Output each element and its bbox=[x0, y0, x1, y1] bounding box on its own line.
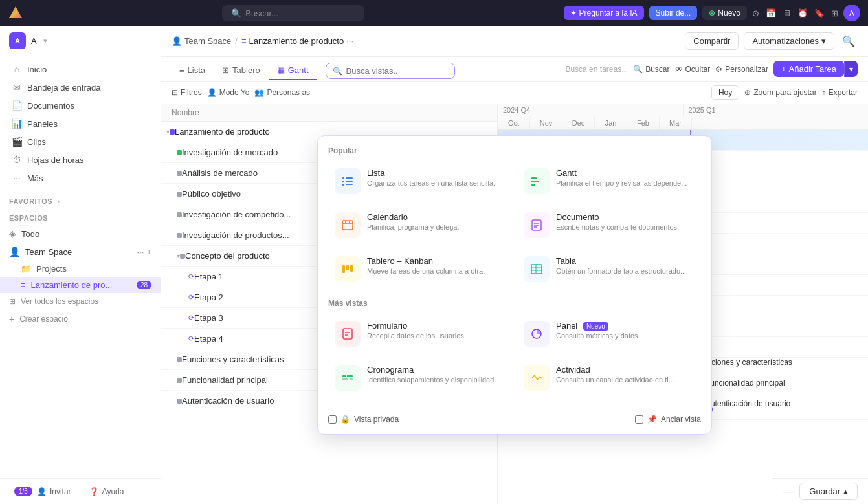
tab-tablero[interactable]: ⊞ Tablero bbox=[214, 61, 268, 80]
view-option-formulario[interactable]: Formulario Recopila datos de los usuario… bbox=[328, 314, 512, 353]
view-option-gantt[interactable]: Gantt Planifica el tiempo y revisa las d… bbox=[517, 162, 701, 201]
zoom-ajustar-button[interactable]: ⊕ Zoom para ajustar bbox=[744, 88, 816, 97]
view-option-panel[interactable]: Panel Nuevo Consulta métricas y datos. bbox=[517, 314, 701, 353]
dots-icon[interactable]: ··· bbox=[137, 247, 144, 257]
people-icon: 👥 bbox=[254, 88, 264, 97]
sidebar-nav: ⌂ Inicio ✉ Bandeja de entrada 📄 Document… bbox=[0, 56, 161, 191]
actividad-desc: Consulta un canal de actividad en ti... bbox=[556, 376, 695, 384]
calendario-text: Calendario Planifica, programa y delega. bbox=[367, 212, 506, 231]
svg-rect-5 bbox=[342, 184, 344, 186]
bookmark-icon[interactable]: 🔖 bbox=[814, 8, 825, 18]
add-task-button[interactable]: + Añadir Tarea bbox=[773, 61, 844, 77]
exportar-button[interactable]: ↑ Exportar bbox=[822, 88, 858, 97]
formulario-name: Formulario bbox=[367, 321, 506, 331]
view-option-tabla[interactable]: Tabla Obtén un formato de tabla estructu… bbox=[517, 250, 701, 289]
breadcrumb-bar: 👤 Team Space / ≡ Lanzamiento de producto… bbox=[161, 26, 868, 57]
view-option-cronograma[interactable]: Cronograma Identifica solapamientos y di… bbox=[328, 358, 512, 397]
task-name: Funcionalidad principal bbox=[182, 375, 268, 385]
sidebar-item-clips[interactable]: 🎬 Clips bbox=[3, 133, 158, 151]
view-search-box[interactable]: 🔍 bbox=[326, 63, 455, 79]
user-group-icon: 👤 bbox=[9, 247, 20, 257]
share-button[interactable]: Compartir bbox=[685, 32, 739, 50]
new-button[interactable]: ⊕ Nuevo bbox=[702, 6, 747, 20]
view-option-actividad[interactable]: Actividad Consulta un canal de actividad… bbox=[517, 358, 701, 397]
inbox-icon: ✉ bbox=[12, 82, 22, 93]
anchor-view-check[interactable]: 📌 Anclar vista bbox=[635, 415, 701, 424]
global-search-bar[interactable]: 🔍 Buscar... bbox=[222, 5, 364, 21]
add-task-dropdown-button[interactable]: ▾ bbox=[844, 61, 858, 77]
sidebar-user[interactable]: A A ▾ bbox=[0, 26, 161, 56]
search-button[interactable]: 🔍 bbox=[840, 32, 858, 50]
automations-button[interactable]: Automatizaciones ▾ bbox=[744, 32, 834, 50]
filtros-button[interactable]: ⊟ Filtros bbox=[172, 88, 202, 97]
month-oct: Oct bbox=[498, 116, 530, 129]
view-search-input[interactable] bbox=[346, 66, 430, 76]
screen-icon[interactable]: 🖥 bbox=[783, 8, 791, 18]
anchor-view-checkbox[interactable] bbox=[635, 415, 643, 424]
lista-desc: Organiza tus tareas en una lista sencill… bbox=[367, 179, 506, 187]
sidebar-item-crear[interactable]: + Crear espacio bbox=[0, 310, 161, 328]
svg-rect-8 bbox=[531, 181, 539, 182]
hoy-button[interactable]: Hoy bbox=[711, 85, 739, 100]
modo-yo-button[interactable]: 👤 Modo Yo bbox=[207, 88, 250, 97]
top-bar-right: ✦ Preguntar a la IA Subir de... ⊕ Nuevo … bbox=[564, 5, 860, 21]
view-option-lista[interactable]: Lista Organiza tus tareas en una lista s… bbox=[328, 162, 512, 201]
content-area: 👤 Team Space / ≡ Lanzamiento de producto… bbox=[161, 26, 868, 504]
sidebar-item-projects[interactable]: 📁 Projects bbox=[0, 261, 161, 277]
circle-icon: ⊕ bbox=[709, 8, 715, 17]
gantt-bottom-bar: — Guardar ▴ bbox=[772, 478, 868, 504]
private-view-checkbox[interactable] bbox=[328, 415, 337, 424]
svg-rect-3 bbox=[342, 181, 344, 182]
all-spaces-icon: ⊞ bbox=[9, 297, 16, 306]
personalizar-button[interactable]: ⚙ Personalizar bbox=[715, 65, 768, 74]
timeline-quarters: 2024 Q4 2025 Q1 bbox=[498, 104, 868, 116]
month-dec: Dec bbox=[562, 116, 595, 129]
sidebar-item-inicio[interactable]: ⌂ Inicio bbox=[3, 60, 158, 78]
sidebar-item-todo[interactable]: ◈ Todo bbox=[0, 225, 161, 243]
search-icon: 🔍 bbox=[333, 67, 342, 76]
sidebar-item-hojas[interactable]: ⏱ Hojas de horas bbox=[3, 151, 158, 169]
clock-icon[interactable]: ⏰ bbox=[797, 8, 808, 18]
ask-ai-button[interactable]: ✦ Preguntar a la IA bbox=[564, 6, 644, 20]
user-avatar-button[interactable]: A bbox=[843, 5, 860, 21]
grid-icon[interactable]: ⊞ bbox=[831, 8, 838, 18]
tab-gantt[interactable]: ▦ Gantt bbox=[269, 61, 317, 80]
private-view-check[interactable]: 🔒 Vista privada bbox=[328, 415, 399, 424]
sidebar-item-teamspace[interactable]: 👤 Team Space ··· + bbox=[0, 243, 161, 261]
view-option-tablero[interactable]: Tablero – Kanban Mueve tareas de una col… bbox=[328, 250, 512, 289]
sidebar-item-mas[interactable]: ··· Más bbox=[3, 169, 158, 187]
search-tasks-placeholder: Busca en tareas... bbox=[565, 65, 628, 74]
sidebar-item-bandeja[interactable]: ✉ Bandeja de entrada bbox=[3, 78, 158, 96]
view-option-documento[interactable]: Documento Escribe notas y comparte docum… bbox=[517, 206, 701, 245]
add-icon[interactable]: + bbox=[146, 247, 151, 257]
month-mar: Mar bbox=[660, 116, 692, 129]
breadcrumb-more-icon[interactable]: ··· bbox=[346, 36, 353, 46]
sidebar-item-documentos[interactable]: 📄 Documentos bbox=[3, 96, 158, 115]
task-name: Concepto del producto bbox=[185, 251, 270, 261]
breadcrumb-workspace[interactable]: 👤 Team Space bbox=[172, 36, 231, 46]
svg-line-34 bbox=[535, 375, 537, 380]
personas-button[interactable]: 👥 Personas as bbox=[254, 88, 310, 97]
buscar-button[interactable]: 🔍 Buscar bbox=[633, 65, 669, 74]
guardar-button[interactable]: Guardar ▴ bbox=[799, 483, 858, 500]
sidebar-item-lanzamiento[interactable]: ≡ Lanzamiento de pro... 28 bbox=[0, 277, 161, 293]
tabs-right: Busca en tareas... 🔍 Buscar 👁 Ocultar ⚙ … bbox=[565, 61, 858, 81]
svg-rect-32 bbox=[350, 378, 353, 380]
invite-button[interactable]: 1/5 👤 Invitar bbox=[9, 484, 76, 499]
view-option-calendario[interactable]: Calendario Planifica, programa y delega. bbox=[328, 206, 512, 245]
formulario-desc: Recopila datos de los usuarios. bbox=[367, 332, 506, 340]
sidebar-item-ver-todos[interactable]: ⊞ Ver todos los espacios bbox=[0, 293, 161, 310]
dash-icon: — bbox=[783, 485, 794, 498]
svg-rect-18 bbox=[342, 265, 345, 273]
task-color-dot bbox=[177, 212, 182, 217]
upload-button[interactable]: Subir de... bbox=[649, 6, 698, 20]
sidebar-item-paneles[interactable]: 📊 Paneles bbox=[3, 115, 158, 133]
help-button[interactable]: ❓ Ayuda bbox=[84, 485, 129, 499]
help-icon[interactable]: ⊙ bbox=[752, 8, 759, 18]
ocultar-button[interactable]: 👁 Ocultar bbox=[675, 65, 711, 74]
tab-lista[interactable]: ≡ Lista bbox=[172, 61, 213, 80]
gantt-icon bbox=[524, 168, 550, 194]
svg-rect-4 bbox=[346, 181, 353, 182]
list-icon: ≡ bbox=[241, 36, 247, 46]
calendar-icon[interactable]: 📅 bbox=[766, 8, 776, 18]
